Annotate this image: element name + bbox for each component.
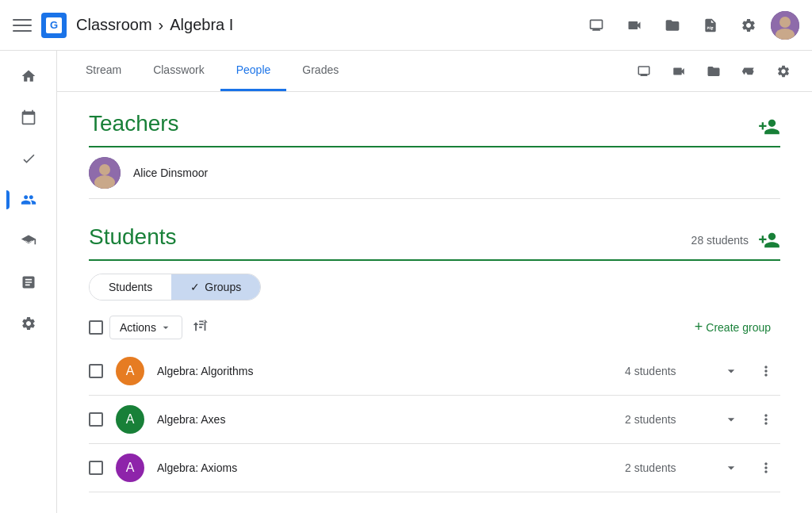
avatar-image bbox=[771, 11, 799, 40]
topbar-right bbox=[580, 10, 799, 41]
svg-point-1 bbox=[779, 17, 791, 28]
students-count-area: 28 students bbox=[691, 229, 780, 251]
add-student-btn[interactable] bbox=[758, 229, 780, 251]
group-count: 4 students bbox=[625, 365, 704, 377]
toggle-group: Students ✓ Groups bbox=[89, 274, 261, 301]
breadcrumb-current: Algebra I bbox=[170, 16, 233, 34]
toolbar-left: Actions bbox=[89, 313, 213, 341]
chevron-down-icon bbox=[723, 363, 739, 379]
teacher-avatar-image bbox=[89, 157, 121, 189]
group-actions bbox=[717, 405, 780, 434]
groups-label: Groups bbox=[205, 281, 241, 293]
toggle-groups-btn[interactable]: ✓ Groups bbox=[171, 274, 260, 300]
topbar: G Classroom › Algebra I bbox=[0, 0, 812, 51]
group-actions bbox=[717, 357, 780, 385]
main-layout: Stream Classwork People Grades bbox=[0, 51, 812, 513]
students-count-label: 28 students bbox=[691, 234, 749, 247]
group-avatar: A bbox=[116, 357, 144, 385]
calendar-icon bbox=[21, 109, 36, 125]
more-vert-icon bbox=[758, 412, 774, 427]
sidebar-item-assignments[interactable] bbox=[6, 263, 51, 301]
group-more-btn[interactable] bbox=[752, 405, 780, 434]
teacher-row: Alice Dinsmoor bbox=[89, 147, 780, 199]
students-title: Students bbox=[89, 224, 177, 250]
sort-az-icon bbox=[192, 316, 209, 334]
tabs-left: Stream Classwork People Grades bbox=[70, 51, 354, 91]
chevron-down-icon bbox=[723, 412, 739, 427]
sidebar-item-courses[interactable] bbox=[6, 222, 51, 260]
toggle-students-btn[interactable]: Students bbox=[90, 274, 171, 300]
tab-people[interactable]: People bbox=[220, 51, 287, 91]
create-group-plus: + bbox=[695, 319, 703, 335]
courses-icon bbox=[21, 233, 36, 249]
folder-icon-btn[interactable] bbox=[657, 10, 688, 41]
video-tab-icon[interactable] bbox=[663, 56, 695, 87]
students-header: Students 28 students bbox=[89, 224, 780, 256]
group-avatar: A bbox=[116, 454, 144, 482]
drive-icon-btn[interactable] bbox=[695, 10, 726, 41]
more-vert-icon bbox=[758, 460, 774, 476]
user-avatar[interactable] bbox=[771, 11, 799, 40]
video-icon-btn[interactable] bbox=[619, 10, 650, 41]
group-expand-btn[interactable] bbox=[717, 405, 745, 434]
settings-tab-icon-svg bbox=[776, 64, 791, 78]
group-name: Algebra: Axes bbox=[157, 413, 612, 426]
actions-label: Actions bbox=[120, 321, 156, 334]
sidebar-item-people[interactable] bbox=[6, 181, 51, 219]
videocam-icon bbox=[672, 64, 686, 78]
sidebar-item-settings[interactable] bbox=[6, 304, 51, 343]
app-logo: G bbox=[41, 13, 67, 38]
settings-icon bbox=[741, 17, 756, 33]
group-name: Algebra: Axioms bbox=[157, 461, 612, 474]
sidebar-item-todo[interactable] bbox=[6, 140, 51, 178]
settings-tab-icon[interactable] bbox=[768, 56, 799, 87]
teachers-section-header: Teachers bbox=[89, 111, 780, 143]
group-checkbox[interactable] bbox=[89, 364, 103, 378]
add-student-icon bbox=[758, 229, 780, 251]
settings-icon-btn[interactable] bbox=[733, 10, 764, 41]
folder-tab-icon[interactable] bbox=[698, 56, 730, 87]
actions-dropdown-icon bbox=[159, 321, 172, 334]
group-row: A Algebra: Axioms 2 students bbox=[89, 444, 780, 492]
actions-button[interactable]: Actions bbox=[109, 316, 182, 339]
sidebar-item-calendar[interactable] bbox=[6, 98, 51, 136]
students-divider bbox=[89, 259, 780, 261]
more-vert-icon bbox=[758, 363, 774, 379]
group-name: Algebra: Algorithms bbox=[157, 365, 612, 377]
select-all-checkbox[interactable] bbox=[89, 320, 103, 335]
tab-classwork[interactable]: Classwork bbox=[137, 51, 220, 91]
create-group-label: Create group bbox=[706, 321, 771, 334]
present-icon-btn[interactable] bbox=[580, 10, 612, 41]
teachers-section: Teachers Alice Dinsmoor bbox=[89, 111, 780, 199]
people-icon bbox=[21, 192, 36, 208]
group-checkbox[interactable] bbox=[89, 412, 103, 427]
present-icon bbox=[588, 17, 604, 33]
group-row: A Algebra: Algorithms 4 students bbox=[89, 347, 780, 396]
present-tab-icon[interactable] bbox=[628, 56, 660, 87]
page-content: Teachers Alice Dinsmoor bbox=[57, 92, 812, 513]
tabs-right bbox=[628, 56, 799, 87]
tab-stream[interactable]: Stream bbox=[70, 51, 137, 91]
drive-tab-icon[interactable] bbox=[733, 56, 764, 87]
drive-tab-icon-svg bbox=[741, 64, 756, 78]
group-list: A Algebra: Algorithms 4 students A Algeb… bbox=[89, 347, 780, 492]
students-section: Students 28 students Students ✓ Groups bbox=[89, 224, 780, 492]
group-more-btn[interactable] bbox=[752, 454, 780, 482]
group-more-btn[interactable] bbox=[752, 357, 780, 385]
toolbar-row: Actions + Create group bbox=[89, 313, 780, 341]
group-expand-btn[interactable] bbox=[717, 357, 745, 385]
tab-grades[interactable]: Grades bbox=[286, 51, 354, 91]
teachers-title: Teachers bbox=[89, 111, 179, 136]
group-checkbox[interactable] bbox=[89, 461, 103, 475]
projector-icon bbox=[637, 64, 651, 78]
chevron-down-icon bbox=[723, 460, 739, 476]
sidebar bbox=[0, 51, 57, 513]
hamburger-menu[interactable] bbox=[13, 16, 32, 35]
add-teacher-btn[interactable] bbox=[758, 116, 780, 138]
group-expand-btn[interactable] bbox=[717, 454, 745, 482]
svg-point-4 bbox=[99, 164, 110, 175]
create-group-btn[interactable]: + Create group bbox=[685, 314, 780, 340]
sort-az-btn[interactable] bbox=[189, 313, 213, 341]
sidebar-item-home[interactable] bbox=[6, 57, 51, 95]
folder-tab-icon bbox=[707, 64, 721, 78]
